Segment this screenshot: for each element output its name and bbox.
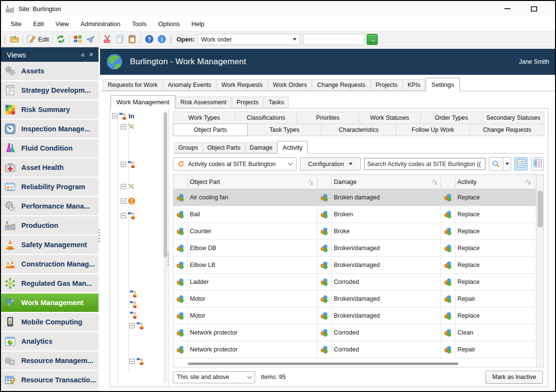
menu-administration[interactable]: Administration (75, 18, 126, 30)
tree-expander-icon[interactable] (121, 184, 126, 189)
tree-node[interactable] (110, 288, 169, 299)
list-view-toggle[interactable] (514, 157, 527, 170)
table-row[interactable]: Air cooling fanBroken damagedReplace (173, 189, 536, 206)
tab-task-types[interactable]: Task Types (247, 124, 322, 136)
tree-node[interactable] (110, 356, 169, 366)
column-header-damage[interactable]: Damage/2 (332, 175, 441, 189)
tab-work-types[interactable]: Work Types (173, 112, 235, 124)
menu-site[interactable]: Site (5, 18, 27, 30)
form-view-toggle[interactable] (531, 157, 544, 170)
tree-splitter-grip-icon[interactable] (167, 252, 169, 265)
activity-search-input[interactable] (364, 158, 485, 170)
tab-change-requests[interactable]: Change Requests (312, 79, 370, 91)
menu-options[interactable]: Options (153, 18, 186, 30)
table-row[interactable]: CounterBrokeReplace (173, 223, 536, 240)
tab-work-statuses[interactable]: Work Statuses (358, 112, 421, 124)
tree-expander-icon[interactable] (121, 124, 126, 129)
tree-expander-icon[interactable] (112, 113, 117, 119)
horizontal-scrollbar-thumb[interactable] (188, 363, 458, 365)
menu-view[interactable]: View (50, 18, 75, 30)
search-button[interactable] (489, 157, 511, 170)
subtab-projects[interactable]: Projects (232, 97, 263, 108)
open-type-combobox[interactable]: Work order (198, 34, 300, 45)
activity-scope-combobox[interactable]: Activity codes at SITE Burlington (173, 157, 297, 170)
sidebar-item-reliability-program[interactable]: Reliability Program (1, 178, 99, 197)
collapse-up-icon[interactable]: « (88, 51, 96, 58)
table-row[interactable]: MotorBroken/damagedRepair (173, 291, 536, 308)
refresh-button[interactable] (55, 33, 67, 45)
send-button[interactable] (84, 33, 97, 45)
tree-node[interactable] (110, 309, 169, 320)
tree-node[interactable] (110, 320, 169, 331)
sidebar-item-fluid-condition[interactable]: Fluid Condition (1, 139, 99, 158)
tab-object-parts[interactable]: Object Parts (173, 124, 248, 136)
sidebar-item-strategy-developm[interactable]: Strategy Developm... (1, 81, 99, 100)
tab-requests-for-work[interactable]: Requests for Work (103, 79, 162, 91)
column-header-activity[interactable]: Activity/3 (456, 175, 535, 189)
tab-settings[interactable]: Settings (426, 78, 460, 91)
tree-node[interactable] (110, 181, 169, 192)
tree-expander-icon[interactable] (121, 213, 126, 218)
site-scope-combobox[interactable]: This site and above (173, 371, 255, 383)
subtab-tasks[interactable]: Tasks (264, 97, 289, 108)
sidebar-item-resource-transactio[interactable]: Resource Transactio... (1, 371, 99, 390)
tab-groups[interactable]: Groups (174, 142, 202, 153)
table-row[interactable]: MotorBroken/damagedReplace (173, 308, 536, 324)
sidebar-item-production[interactable]: Production (1, 216, 99, 236)
table-row[interactable]: Network protectorCorrodedClean (173, 324, 536, 341)
tree-scrollbar[interactable] (163, 112, 168, 383)
tree-expander-icon[interactable] (129, 323, 135, 328)
menu-help[interactable]: Help (185, 18, 210, 30)
tab-activity[interactable]: Activity (277, 141, 308, 154)
cut-button[interactable] (101, 33, 114, 45)
menu-tools[interactable]: Tools (126, 18, 152, 30)
applications-button[interactable] (71, 33, 84, 45)
tab-work-orders[interactable]: Work Orders (268, 79, 312, 91)
tab-priorities[interactable]: Priorities (297, 112, 359, 124)
maximize-button[interactable] (531, 6, 537, 12)
tree-expander-icon[interactable] (121, 198, 126, 204)
tree-node[interactable] (110, 299, 169, 309)
sidebar-item-inspection-manage[interactable]: Inspection Manage... (1, 120, 99, 139)
tree-expander-icon[interactable] (129, 359, 135, 364)
sidebar-item-asset-health[interactable]: Asset Health (1, 158, 99, 178)
tab-classifications[interactable]: Classifications (235, 112, 297, 124)
sidebar-item-risk-summary[interactable]: Risk Summary (1, 100, 99, 120)
tab-change-requests[interactable]: Change Requests (470, 124, 544, 136)
edit-button[interactable]: Edit (25, 33, 50, 45)
tab-projects[interactable]: Projects (371, 79, 402, 91)
tab-characteristics[interactable]: Characteristics (321, 124, 396, 136)
tab-anomaly-events[interactable]: Anomaly Events (163, 79, 216, 91)
subtab-work-management[interactable]: Work Management (111, 95, 175, 109)
sidebar-item-assets[interactable]: Assets (1, 62, 99, 81)
sidebar-item-work-management[interactable]: Work Management (1, 294, 99, 313)
tab-follow-up-work[interactable]: Follow Up Work (396, 124, 470, 136)
tab-work-requests[interactable]: Work Requests (217, 79, 268, 91)
sidebar-splitter[interactable] (99, 47, 100, 391)
table-row[interactable]: BailBrokenReplace (173, 206, 536, 223)
tab-damage[interactable]: Damage (245, 142, 277, 153)
mark-as-inactive-button[interactable]: Mark as Inactive (485, 371, 543, 384)
tab-kpis[interactable]: KPIs (403, 79, 425, 91)
tree-node[interactable] (110, 196, 169, 206)
tree-node[interactable] (110, 159, 169, 169)
search-options-dropdown[interactable] (503, 163, 511, 165)
tree-scrollbar-thumb[interactable] (164, 112, 167, 257)
sidebar-item-regulated-gas-man[interactable]: Regulated Gas Man... (1, 274, 99, 294)
table-row[interactable]: Elbow DBBroken/damagedReplace (173, 240, 536, 257)
copy-button[interactable] (114, 33, 126, 45)
sidebar-item-analytics[interactable]: Analytics (1, 332, 99, 351)
table-row[interactable]: Elbow LBBroken/damagedReplace (173, 257, 536, 274)
tree-node[interactable] (110, 121, 169, 132)
configuration-dropdown[interactable]: Configuration (300, 157, 361, 170)
help-button[interactable]: ? (143, 33, 156, 45)
horizontal-scrollbar[interactable] (173, 361, 536, 367)
table-row[interactable]: Network protectorCorrodedRepair (173, 341, 536, 358)
subtab-risk-assessment[interactable]: Risk Assessment (176, 97, 231, 108)
open-view-button[interactable] (8, 33, 21, 45)
column-header-object-part[interactable]: Object Part/1 (188, 175, 317, 189)
sidebar-item-performance-mana[interactable]: Performance Mana... (1, 197, 99, 216)
quick-search-input[interactable] (303, 34, 365, 45)
sidebar-item-safety-management[interactable]: Safety Management (1, 236, 99, 255)
tree-node[interactable] (110, 210, 169, 221)
